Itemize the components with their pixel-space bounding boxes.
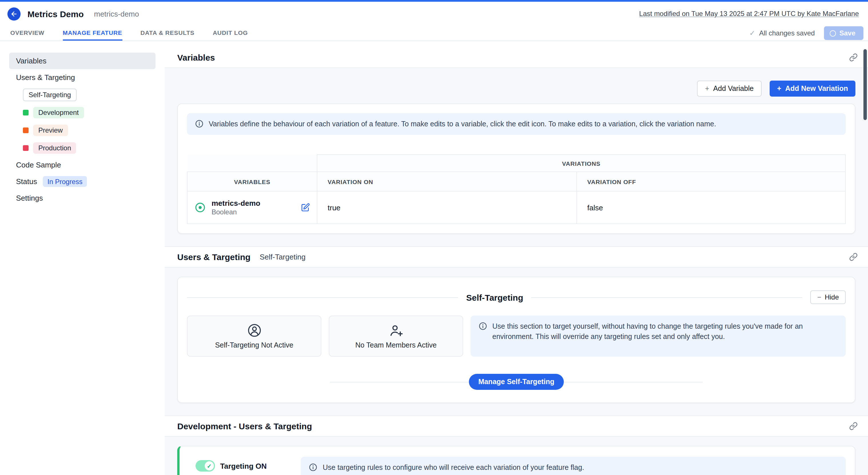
variables-link-icon[interactable]: [849, 53, 858, 62]
divider-line: [187, 297, 458, 297]
manage-self-targeting-button[interactable]: Manage Self-Targeting: [469, 374, 563, 390]
variation-off-value[interactable]: false: [577, 191, 845, 224]
self-targeting-info-text: Use this section to target yourself, wit…: [492, 321, 838, 342]
self-targeting-info-banner: Use this section to target yourself, wit…: [471, 316, 846, 357]
plus-icon: +: [705, 85, 709, 93]
variable-type: Boolean: [212, 208, 260, 216]
column-header-variables: VARIABLES: [187, 172, 317, 191]
development-zone: ✓ Targeting ON Use targeting rules to co…: [165, 437, 868, 475]
sidebar-item-code-sample[interactable]: Code Sample: [9, 157, 156, 173]
sidebar-item-self-targeting[interactable]: Self-Targeting: [16, 86, 156, 103]
development-targeting-card: ✓ Targeting ON Use targeting rules to co…: [177, 446, 856, 475]
development-section-title: Development - Users & Targeting: [177, 421, 312, 431]
variables-section-title: Variables: [177, 53, 215, 62]
environment-chip-production: Production: [33, 142, 76, 154]
variation-on-value[interactable]: true: [317, 191, 577, 224]
sidebar-item-variables[interactable]: Variables: [9, 53, 156, 69]
sidebar-item-label: Status: [16, 177, 37, 186]
variables-card: Variables define the behaviour of each v…: [177, 103, 856, 234]
variables-actions: + Add Variable + Add New Variation: [177, 68, 856, 103]
variables-table: VARIATIONS VARIABLES VARIATION ON VARIAT…: [187, 154, 846, 224]
status-badge: In Progress: [43, 176, 87, 187]
boolean-variable-icon: [194, 202, 206, 213]
sidebar-item-production[interactable]: Production: [16, 139, 156, 157]
environment-chip-preview: Preview: [33, 124, 68, 136]
table-blank-cell: [187, 155, 317, 172]
divider-line: [531, 297, 803, 297]
team-members-status-box: No Team Members Active: [329, 316, 463, 357]
check-icon: ✓: [749, 29, 755, 37]
variations-group-header: VARIATIONS: [317, 155, 845, 172]
environment-dot-development: [23, 109, 29, 115]
self-targeting-chip: Self-Targeting: [23, 88, 76, 101]
tab-manage-feature[interactable]: MANAGE FEATURE: [63, 26, 122, 40]
arrow-left-icon: [10, 10, 18, 18]
app-window: Metrics Demo metrics-demo Last modified …: [0, 0, 868, 475]
variable-name[interactable]: metrics-demo: [212, 199, 260, 208]
sidebar-item-users-targeting[interactable]: Users & Targeting: [9, 69, 156, 86]
self-targeting-card: Self-Targeting − Hide Self-Targeting Not…: [177, 277, 856, 403]
toggle-knob: ✓: [205, 461, 214, 470]
back-button[interactable]: [7, 7, 21, 20]
variables-section-header: Variables: [165, 41, 868, 68]
add-variable-label: Add Variable: [713, 85, 754, 93]
sidebar-item-label: Users & Targeting: [16, 73, 75, 82]
sidebar-item-preview[interactable]: Preview: [16, 121, 156, 139]
sidebar: Variables Users & Targeting Self-Targeti…: [0, 41, 165, 475]
column-header-variation-off: VARIATION OFF: [577, 172, 845, 191]
main-content: Variables + Add Variable + Add New Varia…: [165, 41, 868, 475]
circle-icon: [830, 30, 836, 36]
column-header-variation-on: VARIATION ON: [317, 172, 577, 191]
users-targeting-section-header: Users & Targeting Self-Targeting: [165, 246, 868, 267]
person-plus-icon: [389, 323, 403, 338]
save-button[interactable]: Save: [824, 26, 863, 40]
targeting-toggle[interactable]: ✓: [195, 460, 215, 472]
self-targeting-card-title: Self-Targeting: [466, 292, 523, 302]
add-variable-button[interactable]: + Add Variable: [697, 81, 762, 97]
check-icon: ✓: [207, 463, 212, 469]
plus-icon: +: [777, 85, 781, 93]
development-section-header: Development - Users & Targeting: [165, 416, 868, 437]
sidebar-item-label: Settings: [16, 194, 43, 202]
minus-icon: −: [817, 293, 822, 301]
sidebar-item-settings[interactable]: Settings: [9, 190, 156, 207]
sidebar-item-status[interactable]: Status In Progress: [9, 173, 156, 190]
variables-zone: + Add Variable + Add New Variation Varia…: [165, 68, 868, 246]
users-targeting-link-icon[interactable]: [849, 253, 858, 261]
tab-bar: OVERVIEW MANAGE FEATURE DATA & RESULTS A…: [0, 26, 868, 41]
last-modified-text: Last modified on Tue May 13 2025 at 2:47…: [639, 10, 859, 18]
self-targeting-status-box: Self-Targeting Not Active: [187, 316, 321, 357]
add-new-variation-label: Add New Variation: [785, 85, 848, 93]
save-status-text: All changes saved: [759, 29, 815, 37]
vertical-scrollbar[interactable]: [863, 49, 867, 120]
edit-variable-button[interactable]: [301, 203, 310, 212]
pencil-icon: [301, 203, 310, 212]
tab-audit-log[interactable]: AUDIT LOG: [213, 26, 248, 40]
users-targeting-section-title: Users & Targeting: [177, 252, 250, 262]
info-icon: [478, 322, 487, 330]
add-new-variation-button[interactable]: + Add New Variation: [770, 81, 856, 97]
targeting-on-label: Targeting ON: [220, 462, 267, 470]
page-title: Metrics Demo: [27, 9, 84, 19]
divider-line: [563, 382, 703, 382]
person-circle-icon: [247, 323, 261, 338]
users-targeting-section-subtitle: Self-Targeting: [259, 253, 305, 261]
team-members-status-text: No Team Members Active: [355, 341, 437, 349]
divider-line: [330, 382, 469, 382]
environment-dot-preview: [23, 127, 29, 133]
page-subtitle: metrics-demo: [94, 9, 139, 18]
hide-button[interactable]: − Hide: [810, 290, 846, 304]
variables-info-text: Variables define the behaviour of each v…: [209, 119, 716, 129]
development-link-icon[interactable]: [849, 422, 858, 431]
save-status: ✓ All changes saved: [749, 26, 815, 40]
development-info-text: Use targeting rules to configure who wil…: [323, 463, 584, 473]
tab-data-results[interactable]: DATA & RESULTS: [141, 26, 194, 40]
hide-button-label: Hide: [825, 293, 839, 301]
info-icon: [309, 463, 318, 472]
sidebar-item-development[interactable]: Development: [16, 103, 156, 121]
self-targeting-status-text: Self-Targeting Not Active: [215, 341, 293, 349]
sidebar-item-label: Variables: [16, 57, 46, 65]
variables-info-banner: Variables define the behaviour of each v…: [187, 113, 846, 135]
tab-overview[interactable]: OVERVIEW: [10, 26, 44, 40]
sidebar-item-label: Code Sample: [16, 161, 61, 169]
